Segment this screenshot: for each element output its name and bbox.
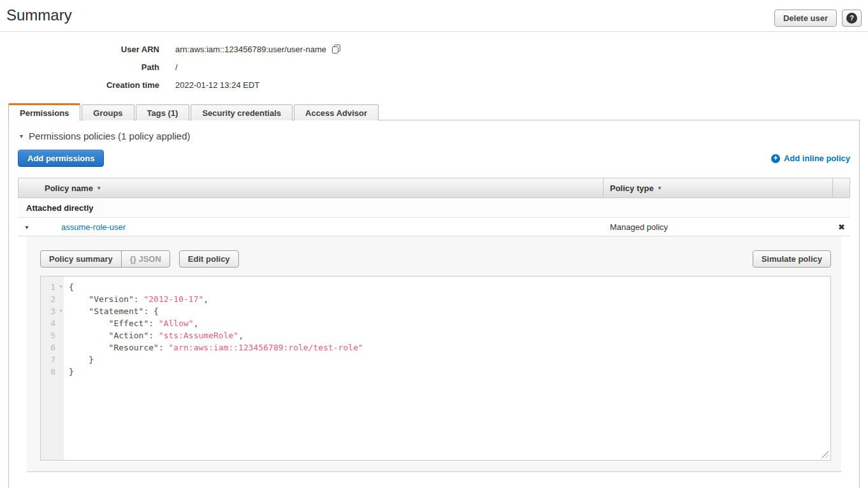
add-permissions-button[interactable]: Add permissions: [18, 150, 104, 167]
code-line: {: [69, 281, 830, 293]
copy-icon[interactable]: [331, 44, 341, 56]
view-buttons-group: Policy summary {} JSON Edit policy: [40, 250, 239, 268]
detail-row-creation-time: Creation time 2022-01-12 13:24 EDT: [0, 76, 868, 94]
policy-detail-toolbar: Policy summary {} JSON Edit policy Simul…: [40, 250, 831, 268]
json-view-button[interactable]: {} JSON: [121, 250, 170, 268]
code-line: }: [69, 366, 830, 378]
plus-icon: +: [771, 154, 780, 163]
fold-toggle-icon[interactable]: ▾: [59, 283, 62, 290]
remove-policy-icon[interactable]: ✖: [838, 222, 845, 232]
section-heading: Permissions policies (1 policy applied): [29, 131, 190, 141]
user-arn-value: arn:aws:iam::123456789:user/user-name: [175, 45, 326, 54]
remove-column-header: [832, 178, 850, 197]
policy-type-column-header[interactable]: Policy type ▾: [603, 178, 832, 197]
code-line: "Resource": "arn:aws:iam::123456789:role…: [69, 341, 830, 354]
detail-row-path: Path /: [0, 58, 868, 76]
collapse-section-icon[interactable]: ▾: [20, 133, 23, 140]
code-line: }: [69, 354, 830, 366]
row-expander-cell: ▾: [18, 218, 36, 236]
policy-type-cell: Managed policy: [604, 218, 833, 236]
add-inline-policy-label: Add inline policy: [784, 154, 850, 163]
editor-code-area[interactable]: { "Version": "2012-10-17", "Statement": …: [64, 276, 830, 460]
column-label: Policy name: [45, 183, 93, 193]
editor-gutter: 1▾23▾45678: [41, 276, 64, 460]
code-line: "Action": "sts:AssumeRole",: [69, 329, 830, 341]
simulate-policy-button[interactable]: Simulate policy: [753, 250, 831, 268]
policy-type-value: Managed policy: [610, 222, 668, 232]
detail-value: /: [175, 62, 178, 72]
policy-name-column-header[interactable]: Policy name ▾: [36, 178, 603, 197]
view-toggle-group: Policy summary {} JSON: [40, 250, 170, 268]
policy-summary-button[interactable]: Policy summary: [40, 250, 122, 268]
json-policy-editor[interactable]: 1▾23▾45678 { "Version": "2012-10-17", "S…: [40, 276, 831, 461]
gutter-line-number: 8: [41, 366, 64, 378]
fold-toggle-icon[interactable]: ▾: [59, 308, 62, 314]
code-line: "Effect": "Allow",: [69, 317, 830, 329]
detail-row-user-arn: User ARN arn:aws:iam::123456789:user/use…: [0, 40, 868, 58]
add-inline-policy-link[interactable]: + Add inline policy: [771, 154, 850, 163]
help-button[interactable]: ?: [842, 10, 862, 27]
gutter-line-number: 1▾: [41, 281, 64, 293]
tab-strip: Permissions Groups Tags (1) Security cre…: [8, 103, 860, 120]
group-label: Attached directly: [26, 203, 93, 213]
gutter-line-number: 6: [41, 341, 64, 354]
iam-user-summary-page: Summary Delete user ? User ARN arn:aws:i…: [0, 0, 868, 488]
detail-label: Path: [0, 62, 159, 72]
attached-directly-group-row: Attached directly: [18, 198, 850, 218]
header-actions: Delete user ?: [774, 10, 862, 27]
gutter-line-number: 2: [41, 293, 64, 305]
detail-label: Creation time: [0, 80, 159, 90]
policy-actions-row: Add permissions + Add inline policy: [18, 150, 850, 167]
tab-permissions[interactable]: Permissions: [8, 103, 80, 120]
policy-detail-panel: Policy summary {} JSON Edit policy Simul…: [27, 236, 841, 472]
user-details: User ARN arn:aws:iam::123456789:user/use…: [0, 32, 868, 94]
gutter-line-number: 5: [41, 329, 64, 341]
collapse-row-icon[interactable]: ▾: [25, 224, 28, 231]
sort-caret-icon: ▾: [658, 185, 662, 191]
detail-label: User ARN: [0, 45, 159, 54]
remove-policy-cell: ✖: [833, 218, 850, 236]
tab-groups[interactable]: Groups: [82, 104, 134, 120]
policy-name-cell: assume-role-user: [36, 218, 604, 236]
detail-value: 2022-01-12 13:24 EDT: [175, 80, 259, 90]
expander-column-header: [18, 178, 36, 197]
permissions-tab-panel: ▾ Permissions policies (1 policy applied…: [8, 120, 860, 488]
policy-table-row: ▾ assume-role-user Managed policy ✖: [18, 218, 850, 236]
gutter-line-number: 3▾: [41, 305, 64, 317]
column-label: Policy type: [610, 183, 654, 193]
delete-user-button[interactable]: Delete user: [774, 10, 837, 27]
tab-tags[interactable]: Tags (1): [136, 104, 190, 120]
gutter-line-number: 4: [41, 317, 64, 329]
sort-caret-icon: ▾: [98, 185, 101, 191]
gutter-line-number: 7: [41, 354, 64, 366]
edit-policy-button[interactable]: Edit policy: [179, 250, 239, 268]
permissions-policies-section-header: ▾ Permissions policies (1 policy applied…: [9, 120, 859, 141]
page-header: Summary Delete user ?: [0, 0, 868, 32]
detail-value: arn:aws:iam::123456789:user/user-name: [175, 43, 341, 56]
tab-access-advisor[interactable]: Access Advisor: [294, 104, 379, 120]
tab-security-credentials[interactable]: Security credentials: [191, 104, 293, 120]
page-title: Summary: [6, 6, 72, 25]
question-mark-icon: ?: [846, 13, 857, 24]
table-header-row: Policy name ▾ Policy type ▾: [18, 178, 850, 198]
policy-name-link[interactable]: assume-role-user: [44, 222, 126, 232]
code-line: "Version": "2012-10-17",: [69, 293, 830, 305]
code-line: "Statement": {: [69, 305, 830, 317]
policies-table: Policy name ▾ Policy type ▾ Attached dir…: [18, 178, 850, 472]
